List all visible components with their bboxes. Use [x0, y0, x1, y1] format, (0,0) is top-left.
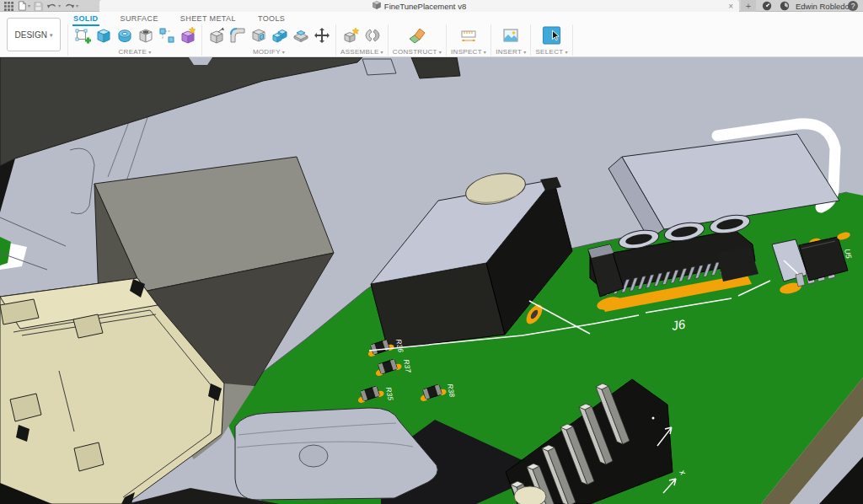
chevron-down-icon: ▾	[282, 50, 285, 55]
measure-icon[interactable]	[459, 25, 479, 46]
ribbon-group-modify: MODIFY▾	[202, 24, 336, 56]
cube-icon	[373, 1, 381, 11]
select-icon[interactable]	[542, 25, 561, 46]
ribbon-group-construct: CONSTRUCT▾	[389, 24, 447, 56]
group-label-modify[interactable]: MODIFY▾	[253, 48, 285, 56]
move-copy-icon[interactable]	[312, 25, 331, 46]
file-menu-icon[interactable]: ▾	[17, 1, 30, 12]
ribbon-group-assemble: ASSEMBLE▾	[336, 24, 389, 56]
chevron-down-icon: ▾	[50, 32, 53, 38]
quick-access-toolbar: ▾▾▾	[4, 0, 78, 12]
ribbon-group-insert: INSERT▾	[491, 24, 531, 56]
document-title: FineTunePlacement v8	[384, 2, 466, 11]
chevron-down-icon: ▾	[484, 50, 486, 55]
ribbon-group-inspect: INSPECT▾	[447, 24, 491, 56]
viewport-3d-scene[interactable]: J6 R36 R37 R35 R38 U5 x	[0, 57, 863, 504]
ribbon-group-create: CREATE▾	[68, 24, 202, 56]
ribbon-toolbar: DESIGN ▾ SOLIDSURFACESHEET METALTOOLS CR…	[0, 12, 863, 57]
ribbon-group-select: SELECT▾	[531, 24, 572, 56]
group-label-construct[interactable]: CONSTRUCT▾	[393, 48, 442, 56]
create-sketch-icon[interactable]	[72, 25, 92, 46]
combine-icon[interactable]	[270, 25, 289, 46]
help-icon[interactable]: ?	[848, 1, 858, 11]
ribbon-groups: CREATE▾MODIFY▾ASSEMBLE▾CONSTRUCT▾INSPECT…	[67, 24, 573, 56]
chevron-down-icon: ▾	[28, 3, 30, 8]
insert-image-icon[interactable]	[501, 25, 521, 46]
group-label-assemble[interactable]: ASSEMBLE▾	[340, 48, 383, 56]
chevron-down-icon: ▾	[565, 50, 567, 55]
group-label-create[interactable]: CREATE▾	[119, 48, 152, 56]
group-label-select[interactable]: SELECT▾	[535, 48, 567, 56]
chevron-down-icon: ▾	[148, 50, 151, 55]
revolve-icon[interactable]	[115, 25, 134, 46]
titlebar: ▾▾▾ FineTunePlacement v8 × + Edwin Roble…	[0, 0, 863, 12]
chevron-down-icon: ▾	[58, 3, 61, 8]
shell-icon[interactable]	[249, 25, 268, 46]
group-label-insert[interactable]: INSERT▾	[496, 48, 526, 56]
joint-icon[interactable]	[362, 25, 382, 46]
chevron-down-icon: ▾	[76, 3, 78, 8]
fillet-icon[interactable]	[228, 25, 247, 46]
offset-face-icon[interactable]	[291, 25, 310, 46]
extrude-icon[interactable]	[94, 25, 113, 46]
undo-icon[interactable]: ▾	[46, 1, 61, 12]
save-icon[interactable]	[34, 1, 43, 12]
group-label-inspect[interactable]: INSPECT▾	[451, 48, 486, 56]
label-j6: J6	[670, 317, 687, 334]
app-grid-icon[interactable]	[4, 1, 13, 12]
document-tab[interactable]: FineTunePlacement v8 ×	[99, 0, 739, 12]
redo-icon[interactable]: ▾	[64, 1, 78, 12]
close-tab-icon[interactable]: ×	[728, 0, 733, 12]
job-status-icon[interactable]	[762, 1, 772, 11]
press-pull-icon[interactable]	[206, 25, 226, 46]
chevron-down-icon: ▾	[439, 50, 442, 55]
capacitor-top	[514, 486, 546, 504]
notifications-icon[interactable]	[780, 1, 790, 11]
construction-plane-icon[interactable]	[407, 25, 426, 46]
hole-icon[interactable]	[136, 25, 155, 46]
user-account-button[interactable]: Edwin Robledo	[796, 0, 850, 12]
viewport-3d[interactable]: J6 R36 R37 R35 R38 U5 x	[0, 57, 863, 504]
rectangular-pattern-icon[interactable]	[157, 25, 176, 46]
chevron-down-icon: ▾	[381, 50, 383, 55]
create-form-icon[interactable]	[178, 25, 197, 46]
new-component-icon[interactable]	[341, 25, 361, 46]
new-tab-button[interactable]: +	[741, 0, 756, 12]
chevron-down-icon: ▾	[523, 50, 526, 55]
design-workspace-menu[interactable]: DESIGN ▾	[7, 18, 61, 51]
